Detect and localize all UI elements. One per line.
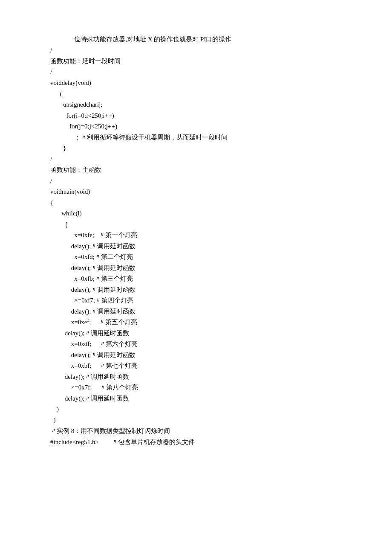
code-line: delay();〃调用延时函数 [50,350,342,361]
code-line: x=0xfb;〃第三个灯亮 [50,273,342,285]
code-line: voidmain(void) [50,186,342,198]
code-line: for(j=0;j<250;j++) [50,121,342,132]
code-line: x=0xdf; 〃第六个灯亮 [50,339,342,350]
code-line: x=0xfe; 〃第一个灯亮 [50,230,342,241]
code-line: delay();〃调用延时函数 [50,328,342,339]
code-line: 〃实例 8：用不同数据类型控制灯闪烁时间 [50,426,342,437]
document-page: 位特殊功能存放器,对地址 X 的操作也就是对 PI口的操作 / 函数功能：延时一… [0,0,392,533]
code-line: #include<reg51.h> 〃包含单片机存放器的头文件 [50,437,342,448]
code-line: ) [50,415,342,426]
code-line: delay();〃调用延时函数 [50,241,342,252]
code-line: ×=0xf7;〃第四个灯亮 [50,295,342,306]
code-line: ；〃利用循环等待假设干机器周期，从而延时一段时间 [50,132,342,143]
code-line: { [50,198,342,209]
code-line: delay();〃调用延时函数 [50,263,342,274]
code-line: delay();〃调用延时函数 [50,372,342,383]
code-line: / [50,154,342,165]
code-line: / [50,67,342,78]
code-line: voiddelay(void) [50,78,342,89]
code-line: delay();〃调用延时函数 [50,285,342,296]
code-line: x=0xbf; 〃第七个灯亮 [50,360,342,372]
code-line: / [50,45,342,56]
code-line: ×=0x7f; 〃第八个灯亮 [50,382,342,393]
code-line: / [50,176,342,187]
code-line: 位特殊功能存放器,对地址 X 的操作也就是对 PI口的操作 [50,34,342,45]
code-line: delay();〃调用延时函数 [50,393,342,404]
code-line: delay();〃调用延时函数 [50,306,342,317]
code-line: 函数功能：延时一段时间 [50,56,342,67]
code-line: } [50,143,342,154]
code-line: ( [50,89,342,100]
code-line: x=0xef; 〃第五个灯亮 [50,317,342,328]
code-line: for(i=0;i<250;i++) [50,110,342,122]
code-line: while(l) [50,208,342,219]
code-line: unsignedcharij; [50,99,342,110]
code-line: { [50,219,342,230]
code-line: x=0xfd;〃第二个灯亮 [50,252,342,263]
code-line: 函数功能：主函数 [50,165,342,176]
code-line: ) [50,404,342,415]
